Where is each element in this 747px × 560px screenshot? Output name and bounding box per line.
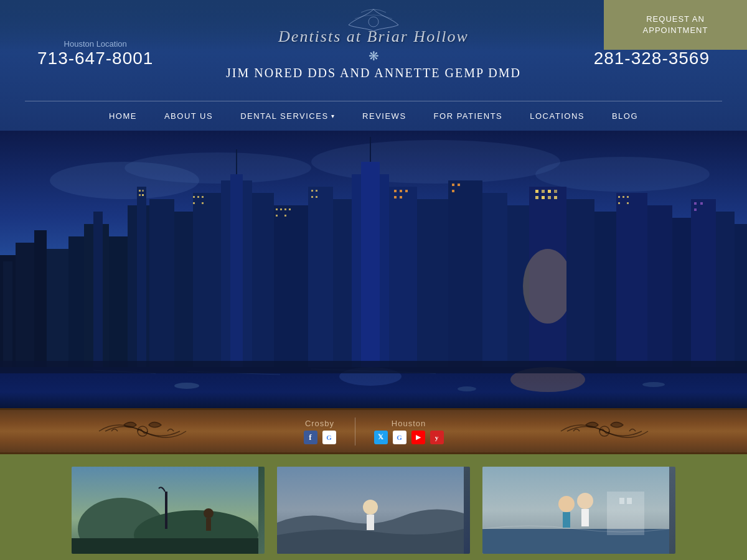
svg-rect-44 [542, 190, 545, 193]
houston-google-icon[interactable]: G [393, 431, 406, 444]
svg-rect-15 [93, 212, 103, 380]
svg-rect-85 [458, 184, 460, 186]
houston-location: Houston 𝕏 G ▶ y [355, 415, 463, 448]
svg-point-110 [363, 500, 378, 515]
svg-rect-53 [616, 193, 647, 380]
nav-item-patients[interactable]: FOR PATIENTS [420, 109, 517, 123]
svg-rect-66 [284, 208, 286, 210]
svg-rect-118 [607, 492, 644, 535]
houston-social-icons: 𝕏 G ▶ y [374, 431, 444, 444]
svg-rect-120 [627, 498, 632, 504]
photo-card-3 [482, 467, 675, 554]
main-nav: HOME ABOUT US DENTAL SERVICES ▾ REVIEWS … [0, 101, 747, 131]
svg-rect-69 [284, 215, 286, 217]
nav-item-home[interactable]: HOME [95, 109, 151, 123]
svg-rect-77 [618, 202, 620, 204]
left-phone[interactable]: 713-647-8001 [37, 49, 153, 68]
svg-rect-72 [311, 196, 313, 198]
svg-rect-34 [361, 162, 380, 380]
crosby-google-icon[interactable]: G [322, 431, 336, 444]
photo-card-1 [72, 467, 265, 554]
nav-item-services[interactable]: DENTAL SERVICES ▾ [227, 109, 349, 123]
svg-rect-89 [694, 208, 697, 211]
svg-point-3 [125, 152, 311, 184]
social-banner: Crosby f G Houston 𝕏 G ▶ y [0, 408, 747, 454]
svg-rect-57 [716, 212, 735, 380]
services-dropdown-arrow: ▾ [331, 113, 336, 119]
svg-rect-49 [548, 196, 551, 199]
photo-3-svg [482, 467, 669, 554]
svg-rect-119 [619, 498, 624, 504]
houston-yelp-icon[interactable]: y [430, 431, 444, 444]
svg-rect-54 [647, 205, 672, 380]
nav-item-reviews[interactable]: REVIEWS [349, 109, 420, 123]
svg-point-97 [458, 386, 476, 391]
svg-rect-82 [400, 196, 402, 198]
svg-rect-115 [563, 512, 570, 528]
svg-rect-76 [627, 196, 629, 198]
svg-rect-67 [289, 208, 291, 210]
svg-rect-50 [554, 196, 557, 199]
cityscape-svg [0, 131, 747, 417]
houston-twitter-icon[interactable]: 𝕏 [374, 431, 388, 444]
right-phone[interactable]: 281-328-3569 [594, 49, 710, 68]
svg-point-4 [311, 140, 560, 184]
svg-point-0 [369, 17, 378, 27]
crosby-facebook-icon[interactable]: f [304, 431, 317, 444]
svg-rect-107 [206, 518, 211, 531]
request-appointment-button[interactable]: REQUEST AN APPOINTMENT [604, 0, 747, 50]
svg-rect-37 [417, 199, 448, 380]
svg-rect-73 [316, 196, 317, 198]
svg-rect-24 [174, 212, 193, 380]
svg-rect-55 [672, 218, 691, 380]
hero-section [0, 131, 747, 417]
crosby-social-icons: f G [304, 431, 336, 444]
svg-rect-45 [548, 190, 551, 193]
svg-rect-36 [389, 187, 417, 380]
crosby-location: Crosby f G [285, 415, 355, 448]
svg-rect-11 [34, 230, 47, 380]
svg-point-116 [577, 493, 593, 509]
svg-rect-22 [142, 194, 144, 196]
doctors-name[interactable]: Jim Nored DDS and Annette Gemp DMD [153, 66, 593, 80]
nav-item-locations[interactable]: LOCATIONS [516, 109, 598, 123]
svg-rect-19 [139, 190, 141, 192]
svg-rect-74 [618, 196, 620, 198]
svg-rect-108 [165, 492, 167, 529]
nav-item-about[interactable]: ABOUT US [151, 109, 227, 123]
svg-rect-32 [333, 199, 352, 380]
photos-section [0, 454, 747, 560]
svg-rect-52 [594, 212, 616, 380]
left-ornament-area [0, 416, 285, 447]
svg-point-96 [174, 383, 199, 389]
svg-rect-64 [276, 208, 278, 210]
svg-rect-20 [142, 190, 144, 192]
svg-rect-38 [448, 180, 482, 380]
crosby-label: Crosby [305, 419, 334, 428]
svg-rect-39 [482, 193, 507, 380]
svg-rect-46 [554, 190, 557, 193]
nav-item-blog[interactable]: BLOG [598, 109, 652, 123]
svg-point-114 [558, 496, 575, 512]
svg-rect-79 [394, 190, 397, 192]
svg-rect-47 [535, 196, 538, 199]
svg-rect-62 [193, 202, 195, 204]
svg-rect-12 [47, 249, 68, 380]
photo-1-svg [72, 467, 258, 554]
svg-rect-23 [149, 199, 174, 380]
svg-rect-31 [308, 187, 333, 380]
houston-youtube-icon[interactable]: ▶ [411, 431, 425, 444]
left-ornament-svg [93, 416, 192, 447]
svg-rect-87 [694, 202, 697, 205]
svg-rect-51 [566, 199, 594, 380]
photo-card-2 [277, 467, 470, 554]
svg-rect-59 [193, 196, 195, 198]
svg-rect-16 [109, 236, 128, 380]
svg-rect-99 [0, 361, 747, 373]
svg-rect-68 [276, 215, 278, 217]
svg-rect-78 [627, 202, 629, 204]
svg-rect-83 [405, 190, 408, 192]
svg-rect-81 [394, 196, 397, 198]
right-ornament-svg [555, 416, 654, 447]
svg-rect-117 [581, 509, 589, 526]
